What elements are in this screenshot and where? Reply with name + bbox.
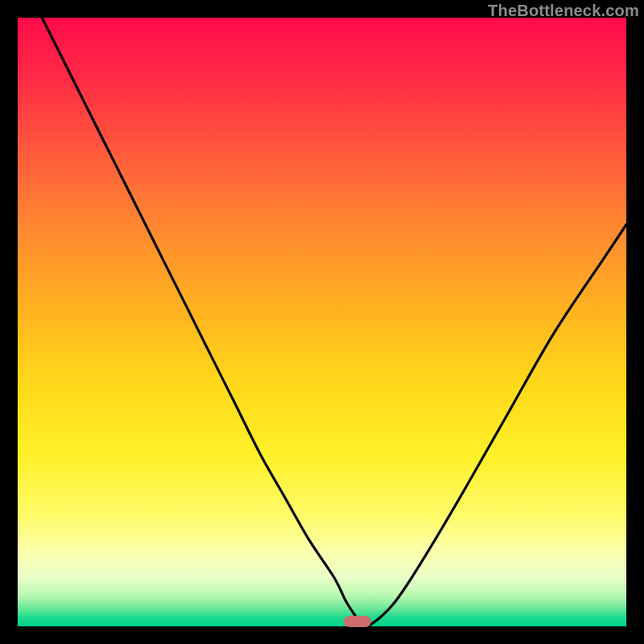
- bottleneck-marker: [344, 616, 371, 627]
- watermark-text: TheBottleneck.com: [488, 2, 639, 20]
- plot-area: [18, 18, 626, 626]
- chart-frame: TheBottleneck.com: [0, 0, 644, 644]
- curve-path: [42, 18, 626, 626]
- bottleneck-curve: [18, 18, 626, 626]
